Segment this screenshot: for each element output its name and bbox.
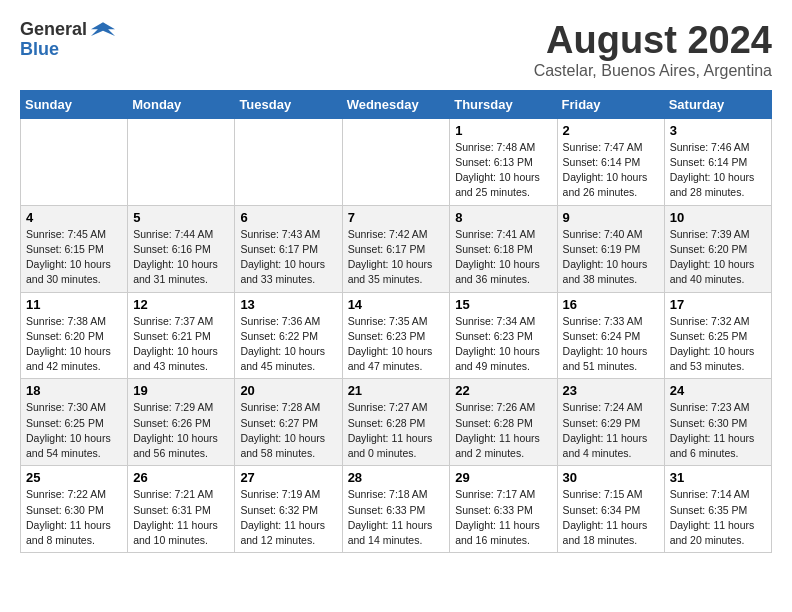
day-number: 29	[455, 470, 551, 485]
day-info: Sunrise: 7:41 AM Sunset: 6:18 PM Dayligh…	[455, 227, 551, 288]
day-info: Sunrise: 7:39 AM Sunset: 6:20 PM Dayligh…	[670, 227, 766, 288]
day-info: Sunrise: 7:32 AM Sunset: 6:25 PM Dayligh…	[670, 314, 766, 375]
day-number: 8	[455, 210, 551, 225]
table-row: 28Sunrise: 7:18 AM Sunset: 6:33 PM Dayli…	[342, 466, 450, 553]
logo-general: General	[20, 20, 87, 40]
day-info: Sunrise: 7:46 AM Sunset: 6:14 PM Dayligh…	[670, 140, 766, 201]
day-number: 18	[26, 383, 122, 398]
logo: General Blue	[20, 20, 115, 60]
day-info: Sunrise: 7:21 AM Sunset: 6:31 PM Dayligh…	[133, 487, 229, 548]
day-info: Sunrise: 7:15 AM Sunset: 6:34 PM Dayligh…	[563, 487, 659, 548]
day-info: Sunrise: 7:37 AM Sunset: 6:21 PM Dayligh…	[133, 314, 229, 375]
calendar-week-row: 18Sunrise: 7:30 AM Sunset: 6:25 PM Dayli…	[21, 379, 772, 466]
col-friday: Friday	[557, 90, 664, 118]
table-row: 25Sunrise: 7:22 AM Sunset: 6:30 PM Dayli…	[21, 466, 128, 553]
table-row: 5Sunrise: 7:44 AM Sunset: 6:16 PM Daylig…	[128, 205, 235, 292]
logo-bird-icon	[91, 20, 115, 40]
day-number: 11	[26, 297, 122, 312]
day-number: 20	[240, 383, 336, 398]
table-row: 17Sunrise: 7:32 AM Sunset: 6:25 PM Dayli…	[664, 292, 771, 379]
day-info: Sunrise: 7:30 AM Sunset: 6:25 PM Dayligh…	[26, 400, 122, 461]
table-row	[21, 118, 128, 205]
day-number: 5	[133, 210, 229, 225]
day-number: 16	[563, 297, 659, 312]
svg-marker-0	[91, 22, 115, 36]
day-number: 6	[240, 210, 336, 225]
table-row: 29Sunrise: 7:17 AM Sunset: 6:33 PM Dayli…	[450, 466, 557, 553]
day-info: Sunrise: 7:18 AM Sunset: 6:33 PM Dayligh…	[348, 487, 445, 548]
day-number: 27	[240, 470, 336, 485]
table-row: 7Sunrise: 7:42 AM Sunset: 6:17 PM Daylig…	[342, 205, 450, 292]
day-info: Sunrise: 7:36 AM Sunset: 6:22 PM Dayligh…	[240, 314, 336, 375]
day-number: 15	[455, 297, 551, 312]
table-row: 26Sunrise: 7:21 AM Sunset: 6:31 PM Dayli…	[128, 466, 235, 553]
day-number: 7	[348, 210, 445, 225]
calendar-week-row: 25Sunrise: 7:22 AM Sunset: 6:30 PM Dayli…	[21, 466, 772, 553]
day-number: 19	[133, 383, 229, 398]
day-info: Sunrise: 7:27 AM Sunset: 6:28 PM Dayligh…	[348, 400, 445, 461]
table-row: 20Sunrise: 7:28 AM Sunset: 6:27 PM Dayli…	[235, 379, 342, 466]
table-row: 19Sunrise: 7:29 AM Sunset: 6:26 PM Dayli…	[128, 379, 235, 466]
logo-text: General Blue	[20, 20, 115, 60]
col-sunday: Sunday	[21, 90, 128, 118]
day-number: 10	[670, 210, 766, 225]
col-thursday: Thursday	[450, 90, 557, 118]
table-row: 10Sunrise: 7:39 AM Sunset: 6:20 PM Dayli…	[664, 205, 771, 292]
day-number: 31	[670, 470, 766, 485]
calendar-header: General Blue August 2024 Castelar, Bueno…	[20, 20, 772, 80]
table-row: 23Sunrise: 7:24 AM Sunset: 6:29 PM Dayli…	[557, 379, 664, 466]
day-number: 21	[348, 383, 445, 398]
day-info: Sunrise: 7:48 AM Sunset: 6:13 PM Dayligh…	[455, 140, 551, 201]
table-row	[342, 118, 450, 205]
day-info: Sunrise: 7:28 AM Sunset: 6:27 PM Dayligh…	[240, 400, 336, 461]
calendar-week-row: 1Sunrise: 7:48 AM Sunset: 6:13 PM Daylig…	[21, 118, 772, 205]
table-row	[128, 118, 235, 205]
day-number: 24	[670, 383, 766, 398]
day-info: Sunrise: 7:44 AM Sunset: 6:16 PM Dayligh…	[133, 227, 229, 288]
day-info: Sunrise: 7:26 AM Sunset: 6:28 PM Dayligh…	[455, 400, 551, 461]
day-number: 23	[563, 383, 659, 398]
day-number: 3	[670, 123, 766, 138]
day-info: Sunrise: 7:45 AM Sunset: 6:15 PM Dayligh…	[26, 227, 122, 288]
table-row: 6Sunrise: 7:43 AM Sunset: 6:17 PM Daylig…	[235, 205, 342, 292]
table-row: 3Sunrise: 7:46 AM Sunset: 6:14 PM Daylig…	[664, 118, 771, 205]
day-number: 13	[240, 297, 336, 312]
table-row: 9Sunrise: 7:40 AM Sunset: 6:19 PM Daylig…	[557, 205, 664, 292]
table-row: 2Sunrise: 7:47 AM Sunset: 6:14 PM Daylig…	[557, 118, 664, 205]
calendar-week-row: 4Sunrise: 7:45 AM Sunset: 6:15 PM Daylig…	[21, 205, 772, 292]
calendar-week-row: 11Sunrise: 7:38 AM Sunset: 6:20 PM Dayli…	[21, 292, 772, 379]
day-number: 25	[26, 470, 122, 485]
calendar-table: Sunday Monday Tuesday Wednesday Thursday…	[20, 90, 772, 553]
col-wednesday: Wednesday	[342, 90, 450, 118]
col-tuesday: Tuesday	[235, 90, 342, 118]
table-row: 30Sunrise: 7:15 AM Sunset: 6:34 PM Dayli…	[557, 466, 664, 553]
location-subtitle: Castelar, Buenos Aires, Argentina	[534, 62, 772, 80]
day-number: 12	[133, 297, 229, 312]
day-info: Sunrise: 7:22 AM Sunset: 6:30 PM Dayligh…	[26, 487, 122, 548]
table-row: 14Sunrise: 7:35 AM Sunset: 6:23 PM Dayli…	[342, 292, 450, 379]
col-saturday: Saturday	[664, 90, 771, 118]
table-row: 18Sunrise: 7:30 AM Sunset: 6:25 PM Dayli…	[21, 379, 128, 466]
calendar-header-row: Sunday Monday Tuesday Wednesday Thursday…	[21, 90, 772, 118]
day-info: Sunrise: 7:29 AM Sunset: 6:26 PM Dayligh…	[133, 400, 229, 461]
table-row: 8Sunrise: 7:41 AM Sunset: 6:18 PM Daylig…	[450, 205, 557, 292]
table-row: 24Sunrise: 7:23 AM Sunset: 6:30 PM Dayli…	[664, 379, 771, 466]
table-row: 4Sunrise: 7:45 AM Sunset: 6:15 PM Daylig…	[21, 205, 128, 292]
day-number: 17	[670, 297, 766, 312]
day-number: 26	[133, 470, 229, 485]
table-row: 13Sunrise: 7:36 AM Sunset: 6:22 PM Dayli…	[235, 292, 342, 379]
day-info: Sunrise: 7:34 AM Sunset: 6:23 PM Dayligh…	[455, 314, 551, 375]
day-number: 14	[348, 297, 445, 312]
title-section: August 2024 Castelar, Buenos Aires, Arge…	[534, 20, 772, 80]
table-row: 21Sunrise: 7:27 AM Sunset: 6:28 PM Dayli…	[342, 379, 450, 466]
logo-blue: Blue	[20, 39, 59, 59]
day-info: Sunrise: 7:23 AM Sunset: 6:30 PM Dayligh…	[670, 400, 766, 461]
day-number: 28	[348, 470, 445, 485]
day-number: 2	[563, 123, 659, 138]
day-info: Sunrise: 7:43 AM Sunset: 6:17 PM Dayligh…	[240, 227, 336, 288]
day-info: Sunrise: 7:35 AM Sunset: 6:23 PM Dayligh…	[348, 314, 445, 375]
table-row: 15Sunrise: 7:34 AM Sunset: 6:23 PM Dayli…	[450, 292, 557, 379]
table-row: 11Sunrise: 7:38 AM Sunset: 6:20 PM Dayli…	[21, 292, 128, 379]
day-number: 4	[26, 210, 122, 225]
table-row: 27Sunrise: 7:19 AM Sunset: 6:32 PM Dayli…	[235, 466, 342, 553]
